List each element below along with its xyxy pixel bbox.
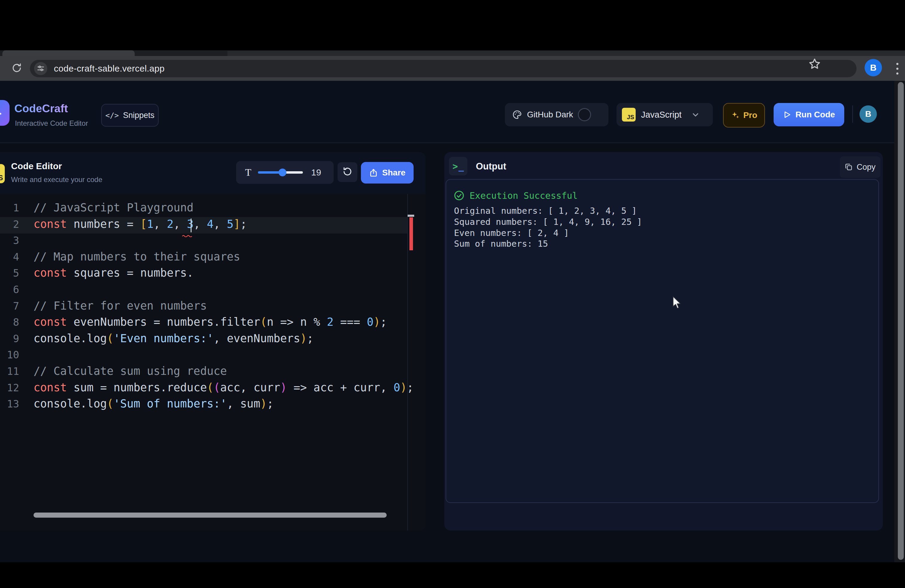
code-line[interactable]: 9console.log('Even numbers:', evenNumber… (0, 331, 426, 347)
code-line[interactable]: 5const squares = numbers. (0, 265, 426, 281)
line-number: 8 (0, 314, 19, 331)
overview-ruler (407, 194, 408, 531)
app-header: {} CodeCraft Interactive Code Editor </>… (0, 81, 905, 143)
language-selector[interactable]: JS JavaScript (616, 103, 713, 126)
browser-active-tab[interactable] (2, 50, 135, 56)
code-line[interactable]: 13console.log('Sum of numbers:', sum); (0, 396, 426, 412)
line-number: 6 (0, 281, 19, 298)
line-number: 10 (0, 347, 19, 363)
line-number: 1 (0, 200, 19, 216)
line-number: 12 (0, 380, 19, 396)
screen: code-craft-sable.vercel.app B {} CodeCra… (0, 0, 905, 588)
code-line[interactable]: 2const numbers = [1, 2, 3, 4, 5]; (0, 216, 426, 233)
theme-color-swatch (578, 108, 591, 121)
line-number: 5 (0, 265, 19, 281)
code-line[interactable]: 8const evenNumbers = numbers.filter(n =>… (0, 314, 426, 331)
editor-title: Code Editor (11, 161, 62, 171)
console-line: Original numbers: [ 1, 2, 3, 4, 5 ] (454, 205, 642, 216)
reset-button[interactable] (338, 162, 357, 182)
code-text: const numbers = [1, 2, 3, 4, 5]; (19, 216, 247, 233)
editor-language-badge: JS (0, 164, 5, 183)
code-text: const evenNumbers = numbers.filter(n => … (19, 314, 387, 331)
console-line: Squared numbers: [ 1, 4, 9, 16, 25 ] (454, 216, 642, 227)
font-size-slider[interactable] (258, 168, 303, 176)
browser-toolbar: code-craft-sable.vercel.app B (0, 56, 905, 81)
user-avatar[interactable]: B (859, 105, 877, 123)
error-squiggle (182, 233, 192, 238)
code-text: console.log('Even numbers:', evenNumbers… (19, 331, 314, 347)
brand-subtitle: Interactive Code Editor (15, 119, 88, 127)
page: {} CodeCraft Interactive Code Editor </>… (0, 81, 905, 562)
code-brackets-icon: </> (105, 111, 119, 120)
text-cursor (191, 219, 192, 232)
browser-tabstrip (0, 50, 905, 56)
font-size-value: 19 (311, 167, 321, 178)
reset-icon (342, 167, 352, 178)
code-line[interactable]: 3 (0, 232, 426, 249)
page-scrollbar-thumb[interactable] (898, 82, 904, 560)
line-number: 11 (0, 363, 19, 380)
line-number: 13 (0, 396, 19, 412)
console-output-box: Execution Successful Original numbers: [… (446, 179, 879, 503)
console-line: Sum of numbers: 15 (454, 238, 642, 250)
horizontal-scrollbar[interactable] (33, 513, 387, 518)
javascript-logo-icon: JS (622, 108, 636, 122)
copy-button[interactable]: Copy (840, 156, 880, 178)
font-size-icon: T (245, 167, 251, 178)
brand-logo-icon: {} (0, 100, 10, 126)
code-text: const squares = numbers. (19, 265, 194, 281)
copy-icon (845, 163, 853, 171)
code-editor-area[interactable]: 1// JavaScript Playground2const numbers … (0, 194, 426, 531)
palette-icon (512, 110, 522, 120)
url-bar[interactable]: code-craft-sable.vercel.app (30, 60, 856, 77)
sparkles-icon (731, 111, 740, 120)
code-text: // Map numbers to their squares (19, 249, 240, 265)
overview-cursor-marker (408, 215, 414, 217)
reload-icon (11, 63, 22, 75)
code-text: console.log('Sum of numbers:', sum); (19, 396, 273, 412)
code-line[interactable]: 4// Map numbers to their squares (0, 249, 426, 265)
console-line: Even numbers: [ 2, 4 ] (454, 227, 642, 238)
output-title: Output (476, 161, 506, 172)
site-settings-icon[interactable] (34, 62, 47, 75)
output-panel: > _ Output Copy (445, 152, 883, 531)
browser-tabstrip-right (227, 51, 905, 56)
code-line[interactable]: 11// Calculate sum using reduce (0, 363, 426, 380)
code-text (19, 347, 33, 363)
share-button[interactable]: Share (361, 162, 414, 184)
code-text: // Calculate sum using reduce (19, 363, 227, 380)
execution-status: Execution Successful (453, 190, 578, 201)
overview-error-marker (410, 217, 413, 250)
url-text: code-craft-sable.vercel.app (54, 64, 165, 74)
code-text (19, 232, 33, 249)
browser-profile-initial: B (870, 63, 876, 73)
terminal-prompt-icon: > _ (449, 157, 467, 175)
chevron-down-icon (691, 110, 700, 119)
snippets-button[interactable]: </> Snippets (101, 104, 159, 127)
line-number: 2 (0, 216, 19, 233)
code-line[interactable]: 10 (0, 347, 426, 363)
line-number: 7 (0, 298, 19, 315)
bookmark-button[interactable] (808, 57, 821, 72)
browser-profile-avatar[interactable]: B (865, 59, 882, 76)
code-line[interactable]: 12const sum = numbers.reduce((acc, curr)… (0, 380, 426, 396)
pro-button[interactable]: Pro (723, 103, 765, 127)
code-text: // Filter for even numbers (19, 298, 207, 315)
slider-thumb[interactable] (279, 168, 286, 176)
code-text: // JavaScript Playground (19, 200, 194, 216)
code-line[interactable]: 1// JavaScript Playground (0, 200, 426, 216)
browser-menu-button[interactable] (891, 61, 903, 76)
star-icon (808, 67, 821, 72)
share-icon (369, 168, 378, 177)
code-text (19, 281, 33, 298)
header-divider (852, 105, 853, 123)
language-label: JavaScript (641, 110, 681, 120)
code-line[interactable]: 6 (0, 281, 426, 298)
font-size-control: T 19 (236, 161, 334, 184)
code-line[interactable]: 7// Filter for even numbers (0, 298, 426, 315)
line-number: 4 (0, 249, 19, 265)
run-code-button[interactable]: Run Code (773, 103, 844, 126)
reload-button[interactable] (9, 61, 25, 76)
theme-selector[interactable]: GitHub Dark (505, 103, 608, 126)
play-icon (783, 110, 791, 119)
